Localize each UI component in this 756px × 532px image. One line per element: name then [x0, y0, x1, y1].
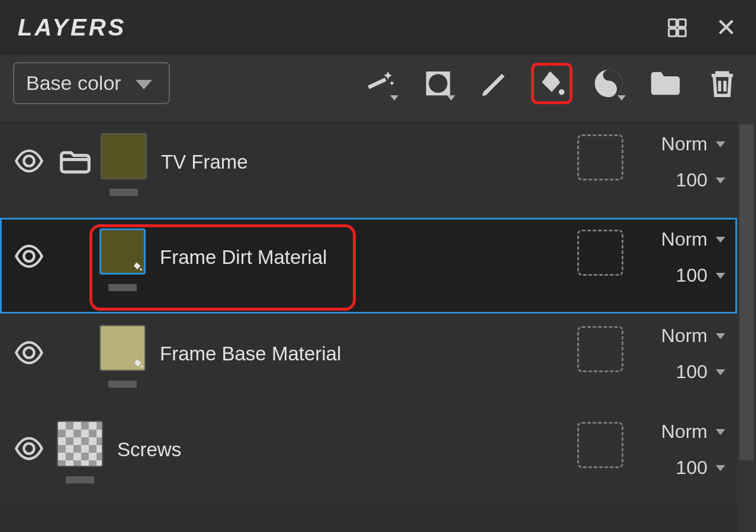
svg-point-7: [24, 251, 34, 261]
add-fill-layer-button[interactable]: [531, 63, 572, 104]
add-paint-layer-button[interactable]: [474, 63, 516, 104]
chevron-down-icon: [716, 369, 725, 375]
chevron-down-icon: [716, 178, 725, 183]
layers-list-scroll[interactable]: TV Frame Norm 100: [0, 122, 756, 532]
chevron-down-icon: [716, 141, 725, 147]
add-folder-button[interactable]: [645, 63, 686, 104]
opacity-selector[interactable]: 100: [636, 361, 725, 383]
channel-selector[interactable]: Base color: [13, 62, 170, 104]
add-effect-button[interactable]: [361, 63, 402, 104]
layer-row[interactable]: Frame Dirt Material Norm 100: [0, 218, 737, 314]
scrollbar-thumb[interactable]: [739, 124, 754, 460]
svg-rect-0: [669, 19, 677, 27]
visibility-toggle[interactable]: [12, 431, 46, 466]
layer-action-icons: [361, 63, 743, 104]
thumbnail-handle: [110, 189, 138, 196]
blend-mode-selector[interactable]: Norm: [636, 228, 725, 250]
svg-rect-2: [669, 28, 677, 36]
chevron-down-icon: [716, 333, 725, 339]
opacity-selector[interactable]: 100: [636, 265, 725, 286]
chevron-down-icon: [447, 95, 455, 101]
delete-layer-button[interactable]: [702, 63, 743, 104]
layer-row[interactable]: Frame Base Material Norm 100: [0, 314, 737, 410]
layer-name-label[interactable]: TV Frame: [161, 151, 577, 173]
thumbnail-swatch: [101, 133, 147, 179]
add-mask-button[interactable]: [417, 63, 459, 104]
layer-thumbnail[interactable]: [99, 228, 146, 291]
svg-point-10: [140, 366, 142, 367]
layers-panel: LAYERS ✕ Base color: [0, 0, 756, 532]
layer-thumbnail[interactable]: [57, 421, 103, 483]
chevron-down-icon: [716, 429, 725, 435]
layer-name-label[interactable]: Frame Base Material: [160, 343, 577, 365]
chevron-down-icon: [716, 465, 725, 471]
svg-point-9: [24, 347, 34, 357]
thumbnail-handle: [108, 284, 137, 291]
chevron-down-icon: [617, 95, 626, 101]
add-smart-material-button[interactable]: [588, 63, 629, 104]
layer-thumbnail[interactable]: [101, 133, 147, 196]
panel-options-icon[interactable]: [665, 15, 690, 40]
header-controls: ✕: [665, 15, 738, 40]
svg-point-4: [559, 89, 565, 95]
layer-thumbnail[interactable]: [99, 325, 146, 388]
thumbnail-swatch: [99, 228, 146, 275]
chevron-down-icon: [390, 95, 398, 101]
layer-row[interactable]: TV Frame Norm 100: [0, 122, 737, 218]
mask-slot[interactable]: [577, 230, 623, 276]
visibility-toggle[interactable]: [12, 144, 46, 178]
opacity-selector[interactable]: 100: [636, 457, 725, 479]
mask-slot[interactable]: [577, 326, 623, 372]
panel-header: LAYERS ✕: [0, 0, 756, 55]
layer-row[interactable]: Screws Norm 100: [0, 410, 737, 505]
layers-list: TV Frame Norm 100: [0, 122, 756, 505]
thumbnail-swatch: [57, 421, 103, 467]
svg-point-8: [140, 269, 141, 270]
svg-rect-3: [678, 28, 686, 36]
blend-mode-selector[interactable]: Norm: [636, 421, 725, 443]
svg-rect-1: [678, 19, 686, 27]
panel-title: LAYERS: [18, 14, 126, 41]
thumbnail-handle: [66, 476, 94, 483]
blend-mode-selector[interactable]: Norm: [636, 325, 725, 347]
close-icon[interactable]: ✕: [713, 15, 738, 40]
blend-mode-selector[interactable]: Norm: [636, 133, 725, 155]
mask-slot[interactable]: [577, 422, 623, 468]
scrollbar-track[interactable]: [737, 122, 756, 532]
thumbnail-handle: [108, 381, 137, 388]
fill-badge-icon: [132, 261, 143, 272]
folder-expand-icon[interactable]: [57, 143, 94, 179]
layers-toolbar: Base color: [0, 55, 756, 122]
chevron-down-icon: [716, 237, 725, 243]
opacity-selector[interactable]: 100: [636, 169, 725, 191]
layer-name-label[interactable]: Frame Dirt Material: [160, 246, 577, 269]
fill-badge-icon: [133, 358, 143, 369]
svg-point-11: [24, 443, 34, 453]
thumbnail-swatch: [99, 325, 146, 371]
layer-name-label[interactable]: Screws: [117, 439, 577, 461]
visibility-toggle[interactable]: [12, 336, 46, 370]
visibility-toggle[interactable]: [12, 239, 46, 273]
chevron-down-icon: [136, 80, 152, 89]
chevron-down-icon: [716, 273, 725, 279]
mask-slot[interactable]: [577, 134, 623, 180]
channel-selector-label: Base color: [26, 72, 121, 95]
svg-point-6: [24, 156, 34, 166]
